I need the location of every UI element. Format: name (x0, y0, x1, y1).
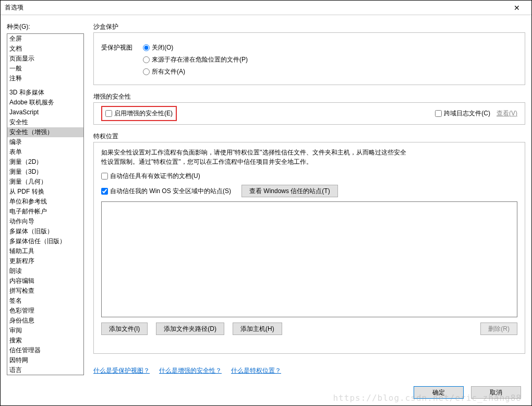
category-item[interactable]: Adobe 联机服务 (7, 98, 83, 108)
category-item[interactable]: 多媒体（旧版） (7, 226, 83, 236)
category-item[interactable]: 表单 (7, 147, 83, 157)
category-item[interactable]: 注释 (7, 74, 83, 83)
category-item[interactable]: 信任管理器 (7, 345, 83, 355)
window-title: 首选项 (5, 3, 506, 12)
preferences-window: 首选项 ✕ 种类(G): 全屏文档页面显示一般注释3D 和多媒体Adobe 联机… (0, 0, 532, 406)
category-item[interactable]: 全屏 (7, 34, 83, 44)
ok-button[interactable]: 确定 (414, 386, 464, 399)
category-item[interactable]: 内容编辑 (7, 276, 83, 286)
help-privileged-link[interactable]: 什么是特权位置？ (231, 366, 281, 375)
protected-view-label: 受保护视图 (101, 43, 139, 76)
category-item[interactable]: 编录 (7, 137, 83, 147)
category-item[interactable]: 签名 (7, 296, 83, 306)
radio-off[interactable]: 关闭(O) (143, 43, 248, 52)
add-file-button[interactable]: 添加文件(I) (101, 323, 148, 335)
category-item[interactable]: 测量（几何） (7, 177, 83, 187)
category-item[interactable]: 安全性（增强） (7, 127, 83, 137)
category-item[interactable]: 单位和参考线 (7, 197, 83, 207)
categories-label: 种类(G): (7, 22, 84, 31)
help-protected-view-link[interactable]: 什么是受保护视图？ (93, 366, 150, 375)
privileged-description: 如果安全性设置对工作流程有负面影响，请使用"特权位置"选择性信任文件、文件夹和主… (101, 148, 409, 166)
category-item[interactable]: 拼写检查 (7, 286, 83, 296)
cross-domain-log-checkbox[interactable]: 跨域日志文件(C) (435, 109, 490, 118)
category-item[interactable]: 审阅 (7, 326, 83, 336)
category-item[interactable]: 色彩管理 (7, 306, 83, 316)
category-item[interactable]: 3D 和多媒体 (7, 88, 83, 98)
category-item[interactable]: 页面显示 (7, 54, 83, 64)
auto-trust-cert-checkbox[interactable]: 自动信任具有有效证书的文档(U) (101, 172, 517, 181)
category-item[interactable]: 因特网 (7, 355, 83, 365)
radio-danger[interactable]: 来源于存在潜在危险位置的文件(P) (143, 55, 248, 64)
view-windows-sites-button[interactable]: 查看 Windows 信任的站点(T) (241, 185, 338, 197)
highlight-box: 启用增强的安全性(E) (101, 106, 177, 121)
category-item[interactable]: 多媒体信任（旧版） (7, 236, 83, 246)
cancel-button[interactable]: 取消 (471, 386, 521, 399)
enhanced-group: 增强的安全性 启用增强的安全性(E) 跨域日志文件(C) (93, 92, 525, 125)
close-icon[interactable]: ✕ (506, 1, 527, 15)
sandbox-group: 沙盒保护 受保护视图 关闭(O) 来源于存在潜在危险位置的文件(P) (93, 22, 525, 85)
dialog-footer: 确定 取消 (1, 379, 531, 405)
sandbox-title: 沙盒保护 (93, 22, 525, 31)
help-enhanced-link[interactable]: 什么是增强的安全性？ (159, 366, 222, 375)
auto-trust-win-checkbox[interactable]: 自动信任我的 Win OS 安全区域中的站点(S) (101, 187, 231, 196)
privileged-group: 特权位置 如果安全性设置对工作流程有负面影响，请使用"特权位置"选择性信任文件、… (93, 132, 525, 354)
titlebar: 首选项 ✕ (1, 1, 531, 15)
enable-enhanced-checkbox[interactable]: 启用增强的安全性(E) (105, 109, 173, 118)
category-item[interactable]: 一般 (7, 64, 83, 74)
privileged-title: 特权位置 (93, 132, 525, 141)
category-item[interactable]: 语言 (7, 365, 83, 375)
radio-all[interactable]: 所有文件(A) (143, 67, 248, 76)
category-item[interactable]: 更新程序 (7, 256, 83, 266)
category-item[interactable]: 测量（2D） (7, 157, 83, 167)
category-item[interactable]: 身份信息 (7, 316, 83, 326)
category-item[interactable]: JavaScript (7, 108, 83, 117)
category-item[interactable]: 电子邮件帐户 (7, 207, 83, 217)
category-item[interactable]: 测量（3D） (7, 167, 83, 177)
category-item[interactable]: 从 PDF 转换 (7, 187, 83, 197)
privileged-locations-list[interactable] (101, 201, 517, 317)
category-item[interactable]: 辅助工具 (7, 246, 83, 256)
view-log-link[interactable]: 查看(V) (497, 109, 517, 118)
category-item[interactable]: 安全性 (7, 117, 83, 127)
add-host-button[interactable]: 添加主机(H) (233, 323, 282, 335)
delete-button[interactable]: 删除(R) (480, 323, 517, 335)
category-item[interactable]: 朗读 (7, 266, 83, 276)
category-item[interactable]: 动作向导 (7, 217, 83, 226)
add-folder-button[interactable]: 添加文件夹路径(D) (156, 323, 224, 335)
help-links: 什么是受保护视图？ 什么是增强的安全性？ 什么是特权位置？ (93, 366, 525, 375)
category-item[interactable]: 文档 (7, 44, 83, 54)
categories-list[interactable]: 全屏文档页面显示一般注释3D 和多媒体Adobe 联机服务JavaScript安… (7, 33, 84, 375)
enhanced-title: 增强的安全性 (93, 92, 525, 101)
category-item[interactable]: 搜索 (7, 336, 83, 345)
